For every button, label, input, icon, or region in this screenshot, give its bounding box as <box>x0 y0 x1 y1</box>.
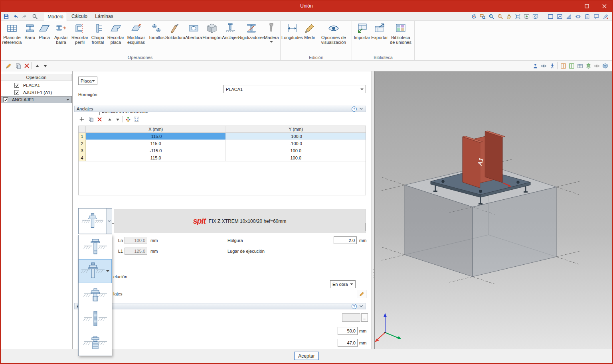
ribbon-button-abertura[interactable]: Abertura <box>185 22 202 41</box>
checkbox[interactable] <box>14 83 19 88</box>
selection-grid-button[interactable] <box>133 116 140 123</box>
viewport-layout-button[interactable] <box>547 13 554 20</box>
cell-x[interactable]: -115.0 <box>86 133 226 140</box>
column-header-x[interactable]: X (mm) <box>86 126 226 132</box>
zoom-in-button[interactable] <box>488 13 495 20</box>
table-row[interactable]: 3 -115.0 100.0 <box>79 147 366 154</box>
solid-view-button[interactable] <box>601 62 609 69</box>
orbit-button[interactable] <box>574 13 581 20</box>
ribbon-button-rigidizadores[interactable]: Rigidizadores <box>239 22 264 41</box>
collapse-chevron-icon[interactable] <box>358 303 364 309</box>
copy-anchor-button[interactable] <box>87 116 95 123</box>
ribbon-button-longitudes[interactable]: Longitudes <box>282 22 303 41</box>
collapse-chevron-icon[interactable] <box>358 106 364 112</box>
ln-input[interactable]: 100.0 <box>125 237 147 244</box>
ribbon-button-tornillos[interactable]: Tornillos <box>147 22 166 41</box>
delete-operation-button[interactable] <box>23 62 30 69</box>
ribbon-button-barra[interactable]: Barra <box>23 22 37 41</box>
cell-x[interactable]: 115.0 <box>86 140 226 147</box>
move-anchor-up-button[interactable] <box>106 116 113 123</box>
save-button[interactable] <box>2 13 10 20</box>
l1-input[interactable]: 125.0 <box>125 248 147 255</box>
rotate-view-button[interactable] <box>470 13 477 20</box>
ribbon-button-chapa-frontal[interactable]: Chapa frontal <box>89 22 107 46</box>
table-view-button[interactable] <box>576 62 583 69</box>
sheet-button[interactable] <box>556 13 563 20</box>
ribbon-button-placa[interactable]: Placa <box>37 22 51 41</box>
person-view-button[interactable] <box>532 62 539 69</box>
setsquare-button[interactable] <box>565 13 572 20</box>
table-row[interactable]: 4 115.0 100.0 <box>79 154 366 161</box>
redo-button[interactable] <box>21 13 28 20</box>
ribbon-button-biblioteca-de-uniones[interactable]: Biblioteca de uniones <box>388 22 413 46</box>
anchor-combo-dropdown-button[interactable] <box>106 209 112 234</box>
cell-y[interactable]: 100.0 <box>226 147 366 154</box>
operation-row-ajuste1[interactable]: AJUSTE1 (A1) <box>1 89 72 96</box>
layers-button[interactable] <box>585 62 592 69</box>
anchor-option-5[interactable] <box>79 331 112 355</box>
panel-splitter[interactable] <box>371 71 374 349</box>
anchor-option-1[interactable] <box>79 235 112 259</box>
ribbon-button-importar[interactable]: Importar <box>353 22 371 41</box>
operation-row-anclaje1[interactable]: ANCLAJE1 <box>1 96 72 103</box>
edit-anchors-button[interactable] <box>357 290 366 298</box>
table-row[interactable]: 1 -115.0 -100.0 <box>79 133 366 140</box>
walkthrough-button[interactable] <box>548 62 556 69</box>
copy-operation-button[interactable] <box>14 62 22 69</box>
lugar-select[interactable]: En obra <box>330 280 356 288</box>
checkbox[interactable] <box>3 97 8 102</box>
tab-calculo[interactable]: Cálculo <box>68 12 91 21</box>
visibility-button[interactable] <box>593 62 600 69</box>
dim2-input[interactable]: 47.0 <box>338 339 358 347</box>
browse-button[interactable]: ... <box>361 313 368 322</box>
concrete-ref-input[interactable] <box>342 313 360 322</box>
viewport-3d[interactable]: A1 <box>374 71 612 349</box>
ribbon-button-modificar-esquinas[interactable]: Modificar esquinas <box>125 22 147 46</box>
maximize-button[interactable] <box>578 0 595 12</box>
add-anchor-button[interactable] <box>78 116 85 123</box>
anchor-option-4[interactable] <box>79 307 112 331</box>
edit-operation-button[interactable] <box>5 62 12 69</box>
move-anchor-down-button[interactable] <box>114 116 121 123</box>
ribbon-button-exportar[interactable]: Exportar <box>371 22 388 41</box>
tab-modelo[interactable]: Modelo <box>44 12 67 21</box>
zoom-dynamic-button[interactable] <box>496 13 504 20</box>
cell-y[interactable]: -100.0 <box>226 133 366 140</box>
column-header-y[interactable]: Y (mm) <box>226 126 366 132</box>
ribbon-button-anclajes[interactable]: Anclajes <box>221 22 239 41</box>
pan-button[interactable] <box>505 13 512 20</box>
cell-y[interactable]: -100.0 <box>226 140 366 147</box>
anclajes-section-header[interactable]: Anclajes ? <box>74 106 366 112</box>
cell-x[interactable]: -115.0 <box>86 147 226 154</box>
checkbox[interactable] <box>14 90 19 95</box>
previous-view-button[interactable] <box>523 13 530 20</box>
element-type-select[interactable]: Placa <box>78 77 97 85</box>
markup-button[interactable] <box>602 13 609 20</box>
zoom-window-button[interactable] <box>479 13 486 20</box>
anchor-option-3[interactable] <box>79 283 112 307</box>
holgura-input[interactable]: 2.0 <box>334 236 357 244</box>
ribbon-button-medir[interactable]: Medir <box>303 22 317 41</box>
ribbon-button-ajustar-barra[interactable]: Ajustar barra <box>51 22 71 46</box>
undo-button[interactable] <box>12 13 19 20</box>
operation-row-placa1[interactable]: PLACA1 <box>1 82 72 89</box>
capture-button[interactable] <box>532 13 539 20</box>
move-operation-down-button[interactable] <box>42 62 49 69</box>
ribbon-button-hormigon[interactable]: Hormigón <box>202 22 221 41</box>
hormigon-section-header[interactable]: H ? <box>74 303 366 309</box>
search-button[interactable] <box>31 13 38 20</box>
accept-button[interactable]: Aceptar <box>294 352 319 360</box>
tab-laminas[interactable]: Láminas <box>92 12 117 21</box>
grid-green-button[interactable] <box>568 62 575 69</box>
cell-x[interactable]: 115.0 <box>86 154 226 161</box>
table-row[interactable]: 2 115.0 -100.0 <box>79 140 366 147</box>
ribbon-button-madera[interactable]: Madera <box>264 22 279 45</box>
close-button[interactable] <box>595 0 613 12</box>
cell-y[interactable]: 100.0 <box>226 154 366 161</box>
ribbon-button-soldadura[interactable]: Soldadura <box>166 22 185 41</box>
help-icon[interactable]: ? <box>352 106 357 112</box>
insert-pattern-button[interactable] <box>125 116 132 123</box>
anchor-type-combo[interactable] <box>78 208 112 234</box>
ribbon-button-recortar-perfil[interactable]: Recortar perfil <box>71 22 89 46</box>
move-operation-up-button[interactable] <box>34 62 41 69</box>
